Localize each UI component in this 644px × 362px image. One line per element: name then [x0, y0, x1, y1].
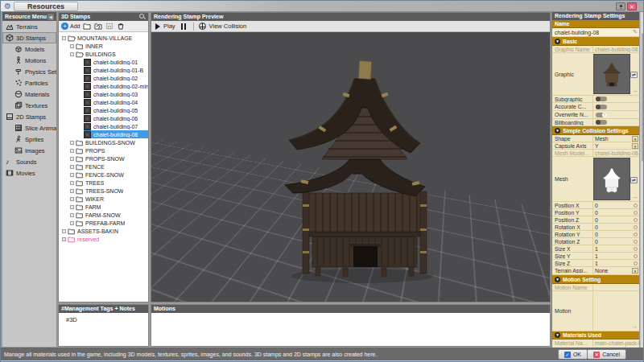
new-folder-icon[interactable]	[83, 23, 91, 30]
tree-item[interactable]: FENCE	[59, 162, 148, 171]
tree-item[interactable]: FARM	[59, 203, 148, 211]
spinner-icon[interactable]	[634, 254, 638, 258]
accurate-collision-toggle[interactable]	[596, 105, 607, 109]
open-graphic-arrow-icon[interactable]	[632, 88, 638, 94]
tree-item[interactable]: WIKER	[59, 195, 148, 203]
tree-item[interactable]: chalet-building-07	[59, 122, 148, 130]
spinner-icon[interactable]	[634, 247, 638, 251]
ok-button[interactable]: OK	[558, 349, 588, 360]
tree-item[interactable]: chalet-building-01-B	[59, 66, 148, 74]
size-y-input[interactable]: 1	[592, 253, 631, 259]
expand-toggle[interactable]	[70, 173, 74, 177]
tree-item[interactable]: MOUNTAIN-VILLAGE	[59, 34, 148, 42]
sidebar-item-slice-animation[interactable]: Slice Animation	[2, 122, 56, 134]
sidebar-item-sprites[interactable]: Sprites	[2, 134, 56, 145]
sidebar-item-textures[interactable]: Textures	[2, 100, 56, 111]
expand-toggle[interactable]	[70, 213, 74, 217]
tree-item[interactable]: PREFAB-FARM	[59, 219, 148, 227]
size-x-input[interactable]: 1	[592, 245, 631, 252]
spinner-icon[interactable]	[634, 261, 638, 265]
spinner-icon[interactable]	[634, 204, 638, 208]
spinner-icon[interactable]	[634, 240, 638, 244]
rotation-x-input[interactable]: 0	[592, 224, 631, 230]
collision-section-bar[interactable]: Simple Collision Settings	[552, 126, 639, 135]
add-button[interactable]: Add	[61, 23, 80, 30]
play-icon[interactable]	[155, 23, 160, 30]
sidebar-item-motions[interactable]: Motions	[2, 55, 56, 66]
tree-item-selected[interactable]: chalet-building-08	[59, 130, 148, 138]
copy-folder-icon[interactable]	[94, 23, 102, 30]
expand-toggle[interactable]	[70, 205, 74, 209]
pause-icon[interactable]	[181, 23, 186, 30]
expand-toggle[interactable]	[70, 149, 74, 153]
sidebar-collapse-icon[interactable]	[47, 14, 54, 20]
graphic-thumbnail[interactable]	[593, 54, 630, 94]
tags-note[interactable]: #3D	[59, 313, 148, 323]
motion-value-area[interactable]	[592, 291, 639, 331]
spinner-icon[interactable]	[634, 225, 638, 229]
sidebar-item-materials[interactable]: Materials	[2, 88, 56, 100]
swap-mesh-icon[interactable]	[630, 177, 638, 183]
expand-toggle[interactable]	[70, 141, 74, 145]
tree-item[interactable]: chalet-building-05	[59, 106, 148, 114]
position-x-input[interactable]: 0	[592, 202, 631, 208]
tree-item-reserved[interactable]: reserved	[59, 235, 148, 243]
dropdown-icon[interactable]	[632, 136, 638, 142]
dropdown-icon[interactable]	[632, 143, 638, 149]
motion-section-bar[interactable]: Motion Setting	[552, 275, 639, 284]
size-z-input[interactable]: 1	[592, 260, 631, 266]
open-motion-arrow-icon[interactable]	[631, 323, 638, 330]
subgraphic-toggle[interactable]	[596, 97, 607, 101]
rotation-y-input[interactable]: 0	[592, 231, 631, 237]
expand-toggle[interactable]	[62, 229, 66, 233]
tree-item[interactable]: TREES-SNOW	[59, 187, 148, 195]
tree-item[interactable]: BUILDINGS	[59, 50, 148, 58]
expand-toggle[interactable]	[70, 157, 74, 161]
expand-toggle[interactable]	[62, 36, 66, 40]
expand-toggle[interactable]	[70, 221, 74, 225]
expand-toggle[interactable]	[70, 189, 74, 193]
position-y-input[interactable]: 0	[592, 209, 631, 216]
sidebar-item-physics-settings[interactable]: Physics Settings	[2, 66, 56, 77]
sidebar-item-3d-stamps[interactable]: 3D Stamps	[2, 32, 56, 43]
play-button[interactable]: Play	[163, 23, 175, 30]
3d-viewport[interactable]	[151, 32, 550, 302]
position-z-input[interactable]: 0	[592, 216, 631, 223]
terrain-assign-select[interactable]: None	[592, 267, 631, 274]
search-icon[interactable]	[139, 14, 146, 20]
mesh-thumbnail[interactable]	[593, 158, 630, 200]
sidebar-item-sounds[interactable]: Sounds	[2, 156, 56, 167]
tree-item[interactable]: PROPS-SNOW	[59, 154, 148, 162]
open-mesh-arrow-icon[interactable]	[632, 194, 638, 200]
sidebar-item-movies[interactable]: Movies	[2, 167, 56, 179]
view-collision-button[interactable]: View Collision	[209, 23, 247, 30]
cancel-button[interactable]: Cancel	[587, 349, 626, 360]
name-input[interactable]: chalet-building-08	[552, 30, 631, 35]
expand-toggle[interactable]	[70, 197, 74, 201]
swap-graphic-icon[interactable]	[630, 72, 638, 78]
billboarding-toggle[interactable]	[596, 120, 607, 125]
sidebar-item-images[interactable]: Images	[2, 145, 56, 156]
pin-icon[interactable]	[616, 2, 625, 10]
collision-sphere-icon[interactable]	[199, 23, 206, 30]
tree-item[interactable]: FARM-SNOW	[59, 211, 148, 219]
tree-item[interactable]: chalet-building-02-mirr	[59, 82, 148, 90]
basic-section-bar[interactable]: Basic	[552, 37, 639, 46]
edit-pencil-icon[interactable]	[633, 29, 638, 35]
shape-select[interactable]: Mesh	[592, 135, 631, 142]
expand-toggle[interactable]	[70, 181, 74, 185]
tree-item[interactable]: INNER	[59, 42, 148, 50]
tree-item[interactable]: BUILDINGS-SNOW	[59, 138, 148, 146]
dropdown-icon[interactable]	[632, 268, 638, 274]
trash-icon[interactable]	[117, 23, 125, 30]
rotation-z-input[interactable]: 0	[592, 238, 631, 245]
settings-scrollbar[interactable]	[640, 12, 644, 348]
sidebar-item-terrains[interactable]: Terrains	[2, 21, 56, 32]
tree-item[interactable]: chalet-building-03	[59, 90, 148, 98]
spinner-icon[interactable]	[634, 211, 638, 215]
tree-item[interactable]: chalet-building-04	[59, 98, 148, 106]
expand-toggle[interactable]	[62, 237, 66, 241]
capsule-axis-select[interactable]: Y	[592, 142, 631, 149]
tree-item[interactable]: chalet-building-02	[59, 74, 148, 82]
close-icon[interactable]	[627, 2, 637, 10]
